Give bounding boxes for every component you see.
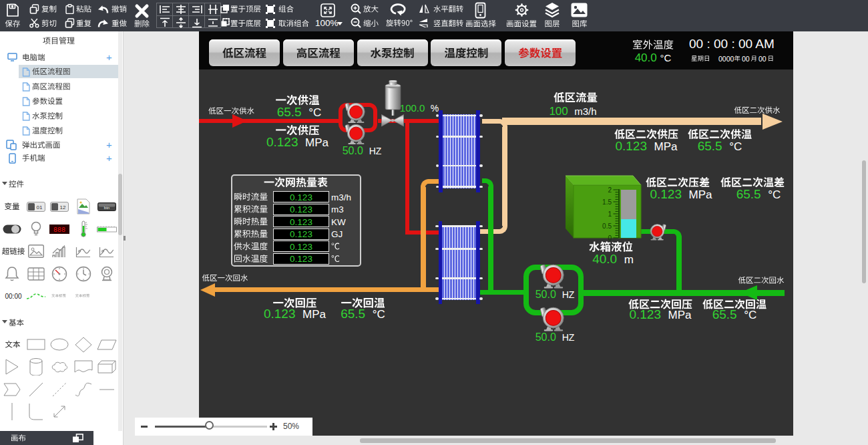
svg-text:2: 2: [608, 186, 612, 194]
svg-text:0.5: 0.5: [602, 222, 612, 230]
svg-text:btn: btn: [104, 205, 110, 209]
svg-text:888: 888: [53, 227, 65, 234]
svg-text:1: 1: [608, 210, 612, 218]
svg-text:12: 12: [60, 204, 66, 210]
svg-text:0: 0: [608, 235, 612, 242]
svg-text:1.5: 1.5: [602, 198, 612, 206]
svg-text:01: 01: [36, 204, 42, 210]
